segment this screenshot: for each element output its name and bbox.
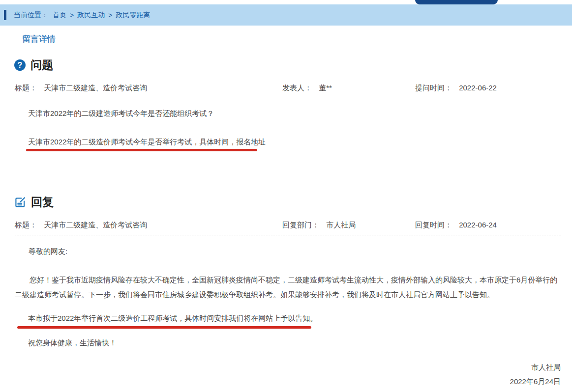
question-author-group: 发表人： 董**: [282, 84, 332, 93]
reply-salutation: 尊敬的网友:: [29, 247, 561, 256]
reply-time-value: 2022-06-24: [459, 221, 497, 229]
signature-date: 2022年6月24日: [0, 377, 561, 386]
question-heading: ? 问题: [14, 57, 572, 73]
reply-dept-value: 市人社局: [326, 221, 356, 229]
red-annotation-underline: [17, 326, 311, 329]
top-strip: [0, 0, 572, 4]
reply-closing: 祝您身体健康，生活愉快！: [28, 338, 561, 347]
breadcrumb-label: 当前位置：: [14, 11, 48, 20]
reply-body-paragraph: 您好！鉴于我市近期疫情风险存在较大不确定性，全国新冠肺炎疫情尚不稳定，二级建造师…: [15, 273, 561, 302]
question-paragraph: 天津市2022年的二级建造师考试今年是否还能组织考试？: [28, 109, 561, 118]
reply-edit-icon: [14, 196, 26, 208]
reply-paragraph-underlined: 本市拟于2022年举行首次二级造价工程师考试，具体时间安排我们将在网站上予以告知…: [28, 314, 561, 323]
reply-heading: 回复: [14, 195, 572, 210]
breadcrumb-link-zero-distance[interactable]: 政民零距离: [116, 11, 150, 20]
reply-title-value: 天津市二级建造、造价考试咨询: [44, 221, 147, 229]
question-title-value: 天津市二级建造、造价考试咨询: [44, 84, 147, 92]
breadcrumb-accent-bar: [4, 10, 6, 20]
breadcrumb-link-interaction[interactable]: 政民互动: [77, 11, 105, 20]
page-title: 留言详情: [22, 33, 572, 45]
reply-time-group: 回复时间： 2022-06-24: [415, 221, 497, 230]
reply-dept-group: 回复部门： 市人社局: [282, 221, 356, 230]
question-time-group: 提问时间： 2022-06-22: [415, 84, 497, 93]
question-author-value: 董**: [319, 84, 332, 92]
main-content: 留言详情 ? 问题 标题： 天津市二级建造、造价考试咨询 发表人： 董** 提问…: [0, 33, 572, 386]
question-circle-icon: ?: [14, 59, 26, 71]
breadcrumb-separator: >: [70, 11, 74, 19]
reply-time-label: 回复时间：: [415, 221, 452, 229]
signature-block: 市人社局 2022年6月24日: [0, 363, 561, 386]
question-title-group: 标题： 天津市二级建造、造价考试咨询: [15, 84, 147, 93]
question-time-label: 提问时间：: [415, 84, 452, 92]
active-tab-fragment[interactable]: [415, 0, 498, 4]
signature-department: 市人社局: [0, 363, 561, 372]
question-section: ? 问题 标题： 天津市二级建造、造价考试咨询 发表人： 董** 提问时间： 2…: [0, 57, 572, 151]
question-title-label: 标题：: [15, 84, 37, 92]
question-time-value: 2022-06-22: [459, 84, 497, 92]
reply-divider: [15, 235, 561, 235]
red-annotation-underline: [26, 149, 257, 151]
question-heading-label: 问题: [30, 57, 53, 73]
question-paragraph-underlined: 天津市2022年的二级造价师考试今年是否举行考试，具体时间，报名地址: [28, 138, 561, 146]
reply-title-group: 标题： 天津市二级建造、造价考试咨询: [15, 221, 147, 230]
reply-dept-label: 回复部门：: [282, 221, 319, 229]
breadcrumb-link-home[interactable]: 首页: [53, 11, 66, 20]
breadcrumb: 当前位置： 首页 > 政民互动 > 政民零距离: [0, 4, 572, 26]
question-divider: [15, 98, 561, 98]
question-meta-row: 标题： 天津市二级建造、造价考试咨询 发表人： 董** 提问时间： 2022-0…: [0, 84, 572, 93]
reply-heading-label: 回复: [31, 195, 54, 210]
reply-section: 回复 标题： 天津市二级建造、造价考试咨询 回复部门： 市人社局 回复时间： 2…: [0, 195, 572, 386]
breadcrumb-separator: >: [108, 11, 112, 19]
reply-meta-row: 标题： 天津市二级建造、造价考试咨询 回复部门： 市人社局 回复时间： 2022…: [0, 221, 572, 230]
question-author-label: 发表人：: [282, 84, 312, 92]
reply-title-label: 标题：: [15, 221, 37, 229]
